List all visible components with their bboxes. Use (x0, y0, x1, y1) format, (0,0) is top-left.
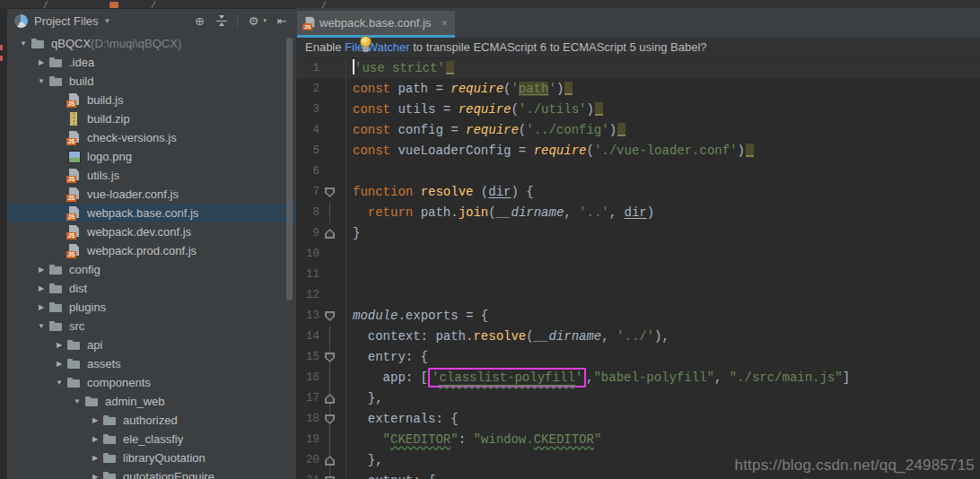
locate-file-icon[interactable]: ⊕ (192, 13, 206, 28)
folder-file-icon (48, 263, 64, 276)
code-line[interactable]: 5const vueLoaderConfig = require('./vue-… (296, 141, 980, 161)
tree-item-assets[interactable]: ▶assets (7, 354, 296, 373)
tree-item-admin_web[interactable]: ▼admin_web (7, 392, 296, 411)
tree-item-vue-loader.conf.js[interactable]: JSvue-loader.conf.js (7, 185, 296, 204)
tab-webpack-base-conf[interactable]: JS webpack.base.conf.js × (297, 11, 455, 38)
intention-bulb-icon[interactable] (359, 36, 372, 56)
notification-text: to transpile ECMAScript 6 to ECMAScript … (410, 40, 707, 54)
code-line[interactable]: 4const config = require('../config') (296, 120, 980, 141)
code-line[interactable]: 3const utils = require('./utils') (296, 100, 980, 120)
expand-arrow-icon[interactable]: ▶ (52, 354, 66, 373)
code-token: CKEDITOR (390, 432, 451, 447)
code-line[interactable]: 12 (296, 285, 980, 306)
folder-file-icon (102, 451, 118, 465)
code-line[interactable]: 2const path = require('path') (296, 79, 980, 100)
tree-item-webpack.base.conf.js[interactable]: JSwebpack.base.conf.js (7, 204, 296, 222)
tree-item-authorized[interactable]: ▶authorized (7, 411, 296, 430)
tree-item-src[interactable]: ▼src (7, 317, 296, 335)
tree-item-utils.js[interactable]: JSutils.js (7, 166, 296, 185)
expand-arrow-icon[interactable]: ▼ (34, 72, 48, 91)
code-line[interactable]: 19 "CKEDITOR": "window.CKEDITOR" (296, 430, 980, 450)
tree-item-webpack.dev.conf.js[interactable]: JSwebpack.dev.conf.js (7, 222, 296, 241)
expand-arrow-icon[interactable]: ▶ (34, 260, 48, 279)
tree-item-qutotationEnquire[interactable]: ▶qutotationEnquire (7, 467, 296, 479)
collapse-all-icon[interactable] (214, 13, 229, 28)
code-line[interactable]: 8 return path.join(__dirname, '..', dir) (296, 203, 980, 223)
close-icon[interactable]: × (439, 16, 450, 30)
chevron-down-icon[interactable]: ▼ (104, 17, 111, 25)
fold-marker-icon[interactable] (325, 353, 335, 362)
fold-marker-icon[interactable] (325, 456, 335, 466)
code-editor[interactable]: 1'use strict'2const path = require('path… (296, 58, 980, 479)
file-watcher-link[interactable]: File Watcher (345, 40, 409, 54)
tree-item-config[interactable]: ▶config (7, 260, 296, 279)
tree-item-libraryQuotation[interactable]: ▶libraryQuotation (7, 449, 296, 467)
tree-item-components[interactable]: ▼components (7, 373, 296, 392)
fold-marker-icon[interactable] (325, 311, 335, 321)
expand-arrow-icon[interactable]: ▶ (88, 411, 102, 430)
tree-item-build.js[interactable]: JSbuild.js (7, 91, 296, 109)
fold-marker-icon[interactable] (325, 394, 335, 404)
code-line[interactable]: 16 app: ['classlist-polyfill',"babel-pol… (296, 368, 980, 388)
gutter: 3 (296, 100, 346, 120)
tree-item-check-versions.js[interactable]: JScheck-versions.js (7, 128, 296, 147)
gutter: 16 (296, 368, 346, 388)
expand-arrow-icon[interactable]: ▼ (52, 373, 66, 392)
expand-arrow-icon[interactable]: ▶ (88, 467, 102, 479)
code-line[interactable]: 10 (296, 244, 980, 265)
expand-arrow-icon[interactable]: ▶ (88, 430, 102, 449)
fold-column (319, 409, 345, 430)
panel-scrollbar[interactable] (286, 38, 293, 300)
code-token: context: path. (353, 329, 473, 344)
expand-arrow-icon[interactable]: ▶ (34, 298, 48, 317)
expand-arrow-icon[interactable]: ▶ (52, 335, 66, 354)
code-token: .exports = { (398, 309, 488, 323)
code-line[interactable]: 1'use strict' (296, 58, 980, 79)
expand-arrow-icon[interactable]: ▼ (34, 317, 48, 335)
expand-arrow-icon[interactable]: ▼ (16, 34, 31, 53)
fold-marker-icon[interactable] (325, 414, 335, 424)
tree-item-label: admin_web (105, 392, 165, 411)
hide-panel-icon[interactable]: ⇤ (275, 13, 289, 28)
tree-item-build[interactable]: ▼build (7, 72, 296, 91)
code-token: path (519, 82, 549, 96)
tree-item-api[interactable]: ▶api (7, 335, 296, 354)
breadcrumb-separator (43, 1, 48, 8)
code-line[interactable]: 17 }, (296, 388, 980, 409)
tree-item-build.zip[interactable]: build.zip (7, 109, 296, 128)
folder-file-icon (48, 319, 64, 333)
expand-arrow-icon[interactable]: ▶ (88, 449, 102, 467)
project-scope-icon[interactable] (14, 14, 28, 28)
annotation-box: 'classlist-polyfill' (428, 368, 586, 388)
code-line[interactable]: 6 (296, 161, 980, 182)
tree-item-ele_classfiy[interactable]: ▶ele_classfiy (7, 430, 296, 449)
code-line[interactable]: 15 entry: { (296, 347, 980, 368)
code-line[interactable]: 18 externals: { (296, 409, 980, 430)
tree-item-dist[interactable]: ▶dist (7, 279, 296, 298)
tree-item-label: vue-loader.conf.js (87, 185, 179, 204)
folder-file-icon (84, 395, 100, 408)
expand-arrow-icon[interactable]: ▶ (34, 53, 48, 72)
code-line[interactable]: 14 context: path.resolve(__dirname, '../… (296, 327, 980, 347)
code-line[interactable]: 13module.exports = { (296, 306, 980, 327)
tree-item-logo.png[interactable]: logo.png (7, 147, 296, 166)
tree-item-webpack.prod.conf.js[interactable]: JSwebpack.prod.conf.js (7, 241, 296, 260)
editor-tab-bar: JS webpack.base.conf.js × (296, 8, 980, 38)
code-line[interactable]: 7function resolve (dir) { (296, 182, 980, 203)
expand-arrow-icon[interactable]: ▼ (70, 392, 84, 411)
js-file-icon: JS (66, 244, 82, 257)
expand-arrow-icon[interactable]: ▶ (34, 279, 48, 298)
code-token: require (466, 123, 519, 137)
gutter: 11 (296, 265, 346, 285)
project-panel-title[interactable]: Project Files (34, 14, 99, 28)
tree-item-plugins[interactable]: ▶plugins (7, 298, 296, 317)
fold-marker-icon[interactable] (325, 187, 335, 197)
code-token: ), (654, 329, 669, 344)
tree-item-qBQCX[interactable]: ▼qBQCX (D:\muqi\qBQCX) (7, 34, 296, 53)
code-line[interactable]: 9} (296, 223, 980, 244)
code-line[interactable]: 11 (296, 265, 980, 285)
fold-marker-icon[interactable] (325, 229, 335, 239)
line-number: 9 (296, 223, 319, 244)
tree-item-.idea[interactable]: ▶.idea (7, 53, 296, 72)
settings-gear-icon[interactable]: ⚙ (246, 13, 260, 28)
